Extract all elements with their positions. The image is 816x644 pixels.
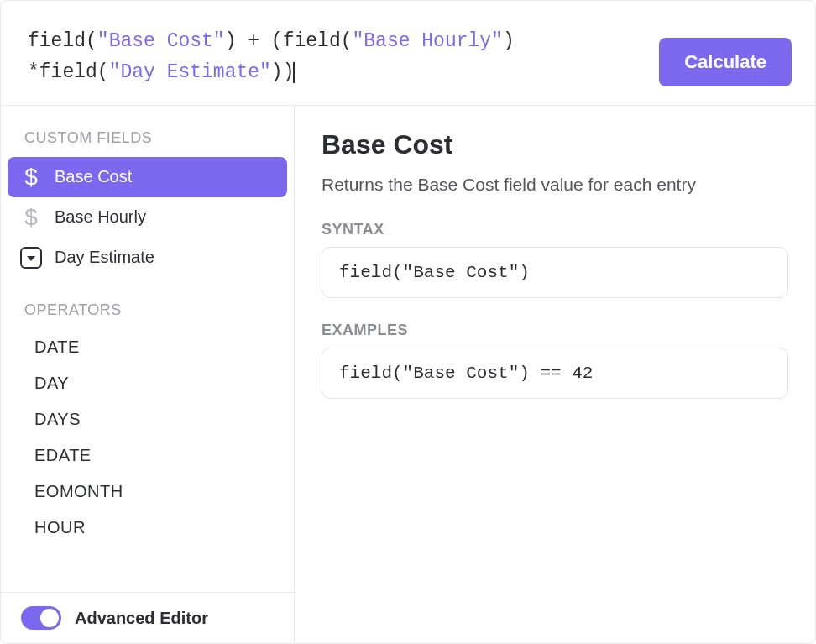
formula-token: )) [271, 61, 295, 83]
detail-panel: Base Cost Returns the Base Cost field va… [295, 106, 815, 643]
advanced-editor-label: Advanced Editor [75, 609, 208, 628]
syntax-label: SYNTAX [322, 221, 788, 238]
dollar-icon: $ [23, 206, 39, 229]
field-item-label: Base Cost [55, 167, 132, 186]
detail-title: Base Cost [322, 129, 788, 160]
formula-string-token: "Base Cost" [97, 30, 225, 52]
detail-description: Returns the Base Cost field value for ea… [322, 172, 788, 197]
operators-header: OPERATORS [1, 278, 294, 329]
syntax-code: field("Base Cost") [322, 247, 788, 298]
examples-label: EXAMPLES [322, 322, 788, 339]
formula-string-token: "Day Estimate" [109, 61, 271, 83]
examples-code: field("Base Cost") == 42 [322, 348, 788, 399]
custom-fields-list: $Base Cost$Base HourlyDay Estimate [1, 157, 294, 278]
dollar-icon: $ [23, 165, 39, 189]
formula-bar: field("Base Cost") + (field("Base Hourly… [1, 1, 815, 106]
sidebar: CUSTOM FIELDS $Base Cost$Base HourlyDay … [1, 106, 295, 643]
operator-item[interactable]: EOMONTH [24, 474, 270, 510]
field-item[interactable]: $Base Cost [8, 157, 287, 197]
operators-list: DATEDAYDAYSEDATEEOMONTHHOUR [1, 329, 294, 546]
field-item-label: Base Hourly [55, 207, 146, 227]
text-cursor [293, 62, 295, 83]
formula-input[interactable]: field("Base Cost") + (field("Base Hourly… [28, 23, 642, 88]
advanced-editor-toggle[interactable] [21, 606, 61, 630]
operator-item[interactable]: DAY [24, 365, 270, 401]
formula-string-token: "Base Hourly" [352, 30, 502, 52]
formula-token: ) [503, 30, 515, 52]
svg-text:$: $ [24, 165, 38, 189]
dollar-icon: $ [19, 206, 43, 229]
dropdown-icon [19, 246, 43, 270]
formula-token: ) + (field( [225, 30, 353, 52]
svg-text:$: $ [24, 206, 38, 229]
operator-item[interactable]: EDATE [24, 437, 270, 474]
custom-fields-header: CUSTOM FIELDS [1, 106, 294, 157]
formula-editor: field("Base Cost") + (field("Base Hourly… [0, 0, 816, 644]
formula-token: field( [28, 30, 97, 52]
editor-footer: Advanced Editor [1, 592, 294, 643]
field-item-label: Day Estimate [55, 248, 154, 267]
dropdown-icon [19, 246, 43, 270]
operator-item[interactable]: HOUR [24, 510, 270, 546]
formula-token: *field( [28, 61, 109, 83]
field-item[interactable]: Day Estimate [8, 238, 287, 278]
dollar-icon: $ [19, 165, 43, 189]
calculate-button[interactable]: Calculate [659, 38, 792, 86]
panels: CUSTOM FIELDS $Base Cost$Base HourlyDay … [1, 106, 815, 643]
operator-item[interactable]: DAYS [24, 401, 270, 437]
field-item[interactable]: $Base Hourly [8, 197, 287, 238]
operator-item[interactable]: DATE [24, 329, 270, 365]
